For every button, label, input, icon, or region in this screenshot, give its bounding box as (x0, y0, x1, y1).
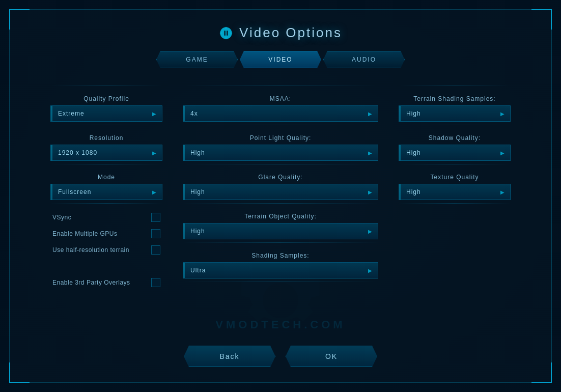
divider-mid-3 (183, 203, 378, 204)
half-res-checkbox[interactable] (151, 245, 160, 255)
shading-label: Shading Samples: (183, 252, 378, 259)
multiple-gpus-label: Enable Multiple GPUs (52, 230, 117, 237)
half-res-row: Use half-resolution terrain (50, 245, 162, 255)
third-party-row: Enable 3rd Party Overlays (50, 278, 162, 287)
page-title: Video Options (239, 25, 342, 41)
divider-right-3 (399, 203, 511, 204)
glare-dropdown[interactable]: High ▶ (183, 184, 378, 200)
multiple-gpus-checkbox[interactable] (151, 229, 160, 238)
vsync-checkbox[interactable] (151, 213, 160, 222)
third-party-label: Enable 3rd Party Overlays (52, 279, 130, 286)
corner-br (531, 362, 552, 383)
corner-tl (9, 9, 30, 30)
quality-profile-dropdown[interactable]: Extreme ▶ (50, 105, 162, 122)
dropdown-arrow-point-light: ▶ (368, 150, 373, 156)
quality-profile-label: Quality Profile (50, 95, 162, 102)
divider-mid-2 (183, 164, 378, 164)
dropdown-arrow-shadow: ▶ (500, 150, 505, 156)
vsync-label: VSync (52, 214, 71, 221)
tab-video[interactable]: VIDEO (240, 51, 321, 68)
title-area: Video Options (219, 25, 342, 41)
divider-mid-5 (183, 282, 378, 282)
dropdown-arrow-shading: ▶ (368, 268, 373, 273)
divider-mid-1 (183, 125, 378, 125)
dropdown-arrow-texture: ▶ (500, 189, 505, 195)
glare-label: Glare Quality: (183, 174, 378, 181)
divider-right-2 (399, 164, 511, 164)
third-party-checkbox[interactable] (151, 278, 160, 287)
divider-1 (50, 125, 162, 125)
divider-top-right (399, 86, 511, 86)
right-column: Terrain Shading Samples: High ▶ Shadow Q… (399, 83, 511, 335)
middle-column: MSAA: 4x ▶ Point Light Quality: High ▶ G… (183, 83, 378, 335)
msaa-dropdown[interactable]: 4x ▶ (183, 105, 378, 122)
dropdown-arrow-glare: ▶ (368, 189, 373, 195)
mode-label: Mode (50, 174, 162, 181)
texture-label: Texture Quality (399, 174, 511, 181)
resolution-dropdown[interactable]: 1920 x 1080 ▶ (50, 145, 162, 161)
shadow-dropdown[interactable]: High ▶ (399, 145, 511, 161)
dropdown-arrow-quality: ▶ (152, 111, 157, 117)
dropdown-arrow-mode: ▶ (152, 189, 157, 195)
divider-2 (50, 164, 162, 164)
bottom-buttons: Back OK (184, 346, 377, 367)
shadow-label: Shadow Quality: (399, 134, 511, 142)
corner-bl (9, 362, 30, 383)
terrain-shading-dropdown[interactable]: High ▶ (399, 105, 511, 122)
divider-right-1 (399, 125, 511, 125)
point-light-dropdown[interactable]: High ▶ (183, 145, 378, 161)
dropdown-arrow-terrain-obj: ▶ (368, 229, 373, 234)
main-panel: Video Options GAME VIDEO AUDIO Quality P… (9, 9, 552, 383)
corner-tr (531, 9, 552, 30)
divider-top-left (50, 86, 162, 86)
vsync-row: VSync (50, 213, 162, 222)
video-options-icon (219, 26, 233, 40)
point-light-label: Point Light Quality: (183, 134, 378, 142)
terrain-shading-label: Terrain Shading Samples: (399, 95, 511, 102)
multiple-gpus-row: Enable Multiple GPUs (50, 229, 162, 238)
dropdown-arrow-resolution: ▶ (152, 150, 157, 156)
tab-game[interactable]: GAME (156, 51, 238, 68)
mode-dropdown[interactable]: Fullscreen ▶ (50, 184, 162, 200)
ok-button[interactable]: OK (286, 346, 377, 367)
resolution-label: Resolution (50, 134, 162, 142)
divider-3 (50, 203, 162, 204)
texture-dropdown[interactable]: High ▶ (399, 184, 511, 200)
back-button[interactable]: Back (184, 346, 275, 367)
divider-mid-4 (183, 242, 378, 243)
tab-audio[interactable]: AUDIO (323, 51, 405, 68)
divider-top-mid (183, 86, 378, 86)
dropdown-arrow-terrain-shading: ▶ (500, 111, 505, 117)
terrain-obj-label: Terrain Object Quality: (183, 213, 378, 220)
tab-navigation: GAME VIDEO AUDIO (156, 51, 405, 68)
terrain-obj-dropdown[interactable]: High ▶ (183, 223, 378, 239)
msaa-label: MSAA: (183, 95, 378, 102)
shading-dropdown[interactable]: Ultra ▶ (183, 262, 378, 278)
left-column: Quality Profile Extreme ▶ Resolution 192… (50, 83, 162, 335)
dropdown-arrow-msaa: ▶ (368, 111, 373, 117)
half-res-label: Use half-resolution terrain (52, 246, 129, 254)
content-area: Quality Profile Extreme ▶ Resolution 192… (10, 83, 551, 335)
